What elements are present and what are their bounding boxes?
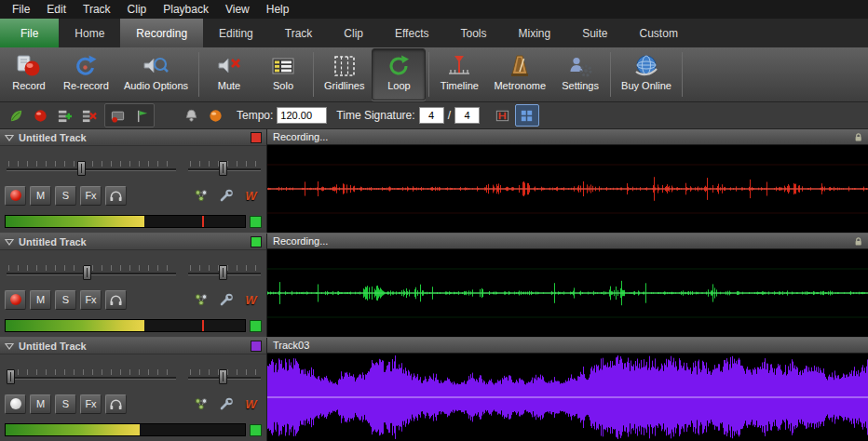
track-color-swatch[interactable]: [251, 132, 262, 143]
track-header[interactable]: Untitled Track: [0, 129, 266, 146]
menu-view[interactable]: View: [217, 3, 258, 16]
pan-slider-handle[interactable]: [219, 161, 227, 176]
menu-track[interactable]: Track: [75, 3, 119, 16]
wave-icon: W: [245, 293, 256, 307]
menu-playback[interactable]: Playback: [155, 3, 217, 16]
settings-button[interactable]: Settings: [553, 48, 607, 100]
headphones-icon: [109, 190, 123, 202]
re-record-button[interactable]: Re-record: [56, 48, 116, 100]
metronome-button[interactable]: Metronome: [486, 48, 553, 100]
tab-track[interactable]: Track: [269, 19, 329, 47]
buy-online-button[interactable]: Buy Online: [614, 48, 679, 100]
waveform-button[interactable]: W: [240, 290, 262, 310]
solo-ribbon-button[interactable]: Solo: [256, 48, 310, 100]
bell-button[interactable]: [179, 104, 203, 127]
pan-slider[interactable]: [188, 157, 261, 181]
tab-tools[interactable]: Tools: [444, 19, 502, 47]
fx-button[interactable]: Fx: [80, 186, 102, 206]
monitor-button[interactable]: [105, 394, 127, 414]
volume-slider-handle[interactable]: [83, 265, 91, 280]
fx-button[interactable]: Fx: [80, 394, 102, 414]
record-arm-button[interactable]: [5, 186, 26, 206]
pan-slider[interactable]: [188, 366, 261, 390]
clip-record-button[interactable]: [105, 104, 129, 127]
tools-button[interactable]: [215, 186, 237, 206]
tab-clip[interactable]: Clip: [328, 19, 379, 47]
menu-file[interactable]: File: [4, 3, 38, 16]
track-color-swatch[interactable]: [251, 236, 262, 247]
tools-button[interactable]: [215, 394, 237, 414]
menu-help[interactable]: Help: [258, 3, 298, 16]
menu-edit[interactable]: Edit: [38, 3, 75, 16]
tab-file[interactable]: File: [0, 19, 59, 47]
mute-ribbon-button[interactable]: Mute: [202, 48, 256, 100]
clip-title-bar[interactable]: Recording...: [267, 234, 868, 249]
track-color-swatch[interactable]: [251, 341, 262, 352]
mute-button[interactable]: M: [30, 186, 51, 206]
waveform-display[interactable]: [267, 354, 868, 441]
gridlines-button[interactable]: Gridlines: [317, 48, 372, 100]
collapse-triangle-icon[interactable]: [5, 134, 14, 141]
volume-slider-handle[interactable]: [77, 161, 86, 176]
solo-button-label: Solo: [273, 80, 293, 91]
grid-panel-button[interactable]: [515, 104, 539, 127]
menu-clip[interactable]: Clip: [119, 3, 156, 16]
track-header[interactable]: Untitled Track: [0, 234, 266, 250]
tab-editing[interactable]: Editing: [203, 19, 269, 47]
delete-track-button[interactable]: [76, 104, 101, 127]
tab-custom[interactable]: Custom: [624, 19, 694, 47]
tempo-tap-button[interactable]: [203, 104, 227, 127]
tab-recording[interactable]: Recording: [120, 19, 203, 47]
waveform-button[interactable]: W: [240, 186, 262, 206]
record-button[interactable]: Record: [2, 48, 56, 100]
tab-suite[interactable]: Suite: [566, 19, 623, 47]
collapse-triangle-icon[interactable]: [5, 342, 14, 350]
gridlines-button-label: Gridlines: [324, 80, 364, 91]
volume-slider-handle[interactable]: [7, 369, 15, 384]
tools-button[interactable]: [215, 290, 237, 310]
waveform-display[interactable]: [267, 145, 868, 233]
pan-slider-handle[interactable]: [219, 369, 227, 384]
solo-button[interactable]: S: [55, 394, 76, 414]
pan-slider-handle[interactable]: [219, 265, 227, 280]
tab-mixing[interactable]: Mixing: [502, 19, 566, 47]
lock-icon[interactable]: [854, 132, 862, 142]
track-header[interactable]: Untitled Track: [0, 338, 266, 354]
effects-chain-button[interactable]: [190, 394, 211, 414]
tempo-input[interactable]: [277, 107, 327, 124]
record-ball-button[interactable]: [28, 104, 52, 127]
loop-button[interactable]: Loop: [372, 48, 426, 100]
volume-slider[interactable]: [7, 157, 176, 181]
waveform-display[interactable]: [267, 249, 868, 337]
clip-title-bar[interactable]: Track03: [267, 338, 868, 354]
mute-button[interactable]: M: [30, 290, 51, 310]
draw-tool-button[interactable]: [4, 104, 28, 127]
marker-flag-button[interactable]: [129, 104, 154, 127]
pan-slider[interactable]: [188, 261, 261, 286]
effects-chain-button[interactable]: [190, 290, 211, 310]
audio-options-button[interactable]: Audio Options: [116, 48, 196, 100]
record-arm-button[interactable]: [5, 290, 26, 310]
add-track-button[interactable]: [52, 104, 76, 127]
clip-title-bar[interactable]: Recording...: [267, 129, 868, 145]
volume-slider[interactable]: [7, 366, 176, 390]
volume-slider[interactable]: [7, 261, 176, 286]
effects-chain-button[interactable]: [190, 186, 211, 206]
collapse-triangle-icon[interactable]: [5, 238, 14, 246]
meter-clip-indicator: [250, 320, 262, 332]
lock-icon[interactable]: [854, 236, 862, 247]
solo-button[interactable]: S: [55, 290, 76, 310]
timeline-button[interactable]: Timeline: [432, 48, 486, 100]
mute-button[interactable]: M: [30, 394, 51, 414]
time-signature-denominator-input[interactable]: [454, 107, 480, 124]
time-signature-numerator-input[interactable]: [419, 107, 444, 124]
monitor-button[interactable]: [105, 290, 127, 310]
timeline-panel-button[interactable]: [491, 104, 515, 127]
record-arm-button[interactable]: [5, 394, 26, 414]
waveform-button[interactable]: W: [240, 394, 262, 414]
tab-home[interactable]: Home: [59, 19, 120, 47]
fx-button[interactable]: Fx: [80, 290, 102, 310]
monitor-button[interactable]: [105, 186, 127, 206]
tab-effects[interactable]: Effects: [379, 19, 444, 47]
solo-button[interactable]: S: [55, 186, 76, 206]
